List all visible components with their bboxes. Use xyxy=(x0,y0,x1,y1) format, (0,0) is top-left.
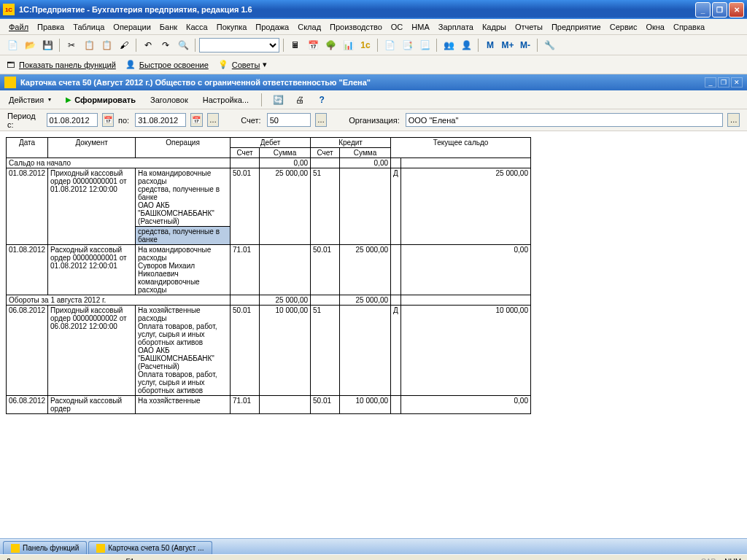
window-close-button[interactable]: ✕ xyxy=(729,2,744,18)
turnover-row: Обороты за 1 августа 2012 г. 25 000,00 2… xyxy=(7,295,531,306)
doc-restore-button[interactable]: ❐ xyxy=(718,77,729,88)
paint-icon[interactable]: 🖌 xyxy=(116,37,132,53)
menu-ops[interactable]: Операции xyxy=(109,21,155,33)
menu-salary[interactable]: Зарплата xyxy=(434,21,478,33)
menu-os[interactable]: ОС xyxy=(387,21,408,33)
1c-icon[interactable]: 1c xyxy=(357,37,374,53)
header-button[interactable]: Заголовок xyxy=(146,94,193,106)
paste-icon[interactable]: 📋 xyxy=(98,37,115,53)
cell-d-acct: 71.01 xyxy=(231,396,260,414)
copy-icon[interactable]: 📋 xyxy=(81,37,97,53)
date-from-input[interactable] xyxy=(47,113,98,127)
cell-c-sum xyxy=(340,306,391,396)
tools-icon[interactable]: 🔧 xyxy=(541,37,557,53)
link-bar: 🗔 Показать панель функций 👤 Быстрое осво… xyxy=(0,55,747,74)
link-quick-learn[interactable]: 👤 Быстрое освоение xyxy=(125,59,209,71)
menu-nma[interactable]: НМА xyxy=(407,21,433,33)
table-row: 06.08.2012 Расходный кассовый ордер На х… xyxy=(7,396,531,414)
menu-file[interactable]: Файл xyxy=(4,21,33,33)
menu-sale[interactable]: Продажа xyxy=(251,21,293,33)
save-icon[interactable]: 💾 xyxy=(39,37,55,53)
cell-doc: Расходный кассовый ордер xyxy=(48,396,136,414)
menu-reports[interactable]: Отчеты xyxy=(511,21,547,33)
undo-icon[interactable]: ↶ xyxy=(140,37,156,53)
m-button[interactable]: M xyxy=(482,37,498,53)
user-icon[interactable]: 👤 xyxy=(458,37,474,53)
window-title: 1С:Предприятие - Бухгалтерия предприятия… xyxy=(19,5,695,14)
tab-account-card[interactable]: Карточка счета 50 (Август ... xyxy=(88,541,212,554)
menu-purchase[interactable]: Покупка xyxy=(212,21,252,33)
window-titlebar: 1C 1С:Предприятие - Бухгалтерия предприя… xyxy=(0,0,747,19)
tab-panel-functions[interactable]: Панель функций xyxy=(3,541,87,554)
doc1-icon[interactable]: 📄 xyxy=(382,37,398,53)
cell-d-sum xyxy=(260,245,311,295)
calendar-button[interactable]: 📅 xyxy=(190,113,203,127)
open-icon[interactable]: 📂 xyxy=(22,37,38,53)
period-more-button[interactable]: … xyxy=(207,113,220,127)
actions-dropdown[interactable]: Действия ▾ xyxy=(4,94,55,106)
cell-doc: Приходный кассовый ордер 00000000001 от … xyxy=(48,168,136,245)
menu-table[interactable]: Таблица xyxy=(69,21,109,33)
doc2-icon[interactable]: 📑 xyxy=(399,37,415,53)
opening-d: 0,00 xyxy=(260,158,311,168)
cut-icon[interactable]: ✂ xyxy=(63,37,80,53)
toolbar-separator xyxy=(59,39,60,52)
learn-icon: 👤 xyxy=(125,59,136,71)
calendar-button[interactable]: 📅 xyxy=(102,113,115,127)
account-card-table: Дата Документ Операция Дебет Кредит Теку… xyxy=(6,137,531,414)
refresh-icon[interactable]: 🔄 xyxy=(270,92,286,108)
calendar-icon[interactable]: 📅 xyxy=(305,37,321,53)
report-area[interactable]: Дата Документ Операция Дебет Кредит Теку… xyxy=(0,131,747,538)
window-maximize-button[interactable]: ❐ xyxy=(712,2,727,18)
cell-c-sum: 25 000,00 xyxy=(340,245,391,295)
bulb-icon: 💡 xyxy=(217,59,229,71)
opening-row: Сальдо на начало 0,00 0,00 xyxy=(7,158,531,168)
menu-help[interactable]: Справка xyxy=(669,21,709,33)
menu-edit[interactable]: Правка xyxy=(33,21,69,33)
doc-close-button[interactable]: ✕ xyxy=(731,77,743,88)
menu-staff[interactable]: Кадры xyxy=(478,21,511,33)
cell-d-acct: 71.01 xyxy=(231,245,260,295)
find-icon[interactable]: 🔍 xyxy=(175,37,191,53)
m-minus-button[interactable]: M- xyxy=(517,37,533,53)
link-label: Быстрое освоение xyxy=(139,61,209,69)
account-more-button[interactable]: … xyxy=(315,113,328,127)
menu-cash[interactable]: Касса xyxy=(182,21,212,33)
menu-enterprise[interactable]: Предприятие xyxy=(547,21,605,33)
toolbar-combo[interactable] xyxy=(199,38,279,52)
form-button[interactable]: ▶ Сформировать xyxy=(61,94,140,106)
menu-windows[interactable]: Окна xyxy=(641,21,669,33)
link-tips[interactable]: 💡 Советы ▾ xyxy=(217,59,267,71)
cell-op-highlight[interactable]: средства, полученные в банке xyxy=(136,226,230,244)
new-icon[interactable]: 📄 xyxy=(4,37,20,53)
cell-op: На хозяйственные xyxy=(136,396,231,414)
redo-icon[interactable]: ↷ xyxy=(158,37,174,53)
tree-icon[interactable]: 🌳 xyxy=(322,37,338,53)
org-input[interactable] xyxy=(406,113,724,127)
org-more-button[interactable]: … xyxy=(727,113,740,127)
turnover-label: Обороты за 1 августа 2012 г. xyxy=(7,295,231,306)
people-icon[interactable]: 👥 xyxy=(441,37,457,53)
chart-icon[interactable]: 📊 xyxy=(340,37,356,53)
m-plus-button[interactable]: M+ xyxy=(500,37,516,53)
doc3-icon[interactable]: 📃 xyxy=(417,37,433,53)
link-show-panel[interactable]: 🗔 Показать панель функций xyxy=(4,59,116,71)
export-icon[interactable]: 🖨 xyxy=(292,92,308,108)
date-to-input[interactable] xyxy=(135,113,186,127)
form-label: Сформировать xyxy=(74,96,136,104)
cell-bal: 0,00 xyxy=(400,245,530,295)
opening-label: Сальдо на начало xyxy=(7,158,231,168)
doc-minimize-button[interactable]: _ xyxy=(705,77,716,88)
settings-button[interactable]: Настройка... xyxy=(198,94,253,106)
window-minimize-button[interactable]: _ xyxy=(695,2,711,18)
document-tabs: Панель функций Карточка счета 50 (Август… xyxy=(0,538,747,554)
menu-prod[interactable]: Производство xyxy=(325,21,387,33)
cell-op: На командировочные расходы средства, пол… xyxy=(136,168,231,245)
help-icon[interactable]: ? xyxy=(314,92,330,108)
period-label: Период с: xyxy=(7,112,41,129)
menu-service[interactable]: Сервис xyxy=(605,21,642,33)
calc-icon[interactable]: 🖩 xyxy=(287,37,303,53)
menu-stock[interactable]: Склад xyxy=(293,21,325,33)
menu-bank[interactable]: Банк xyxy=(155,21,182,33)
account-input[interactable] xyxy=(267,113,311,127)
